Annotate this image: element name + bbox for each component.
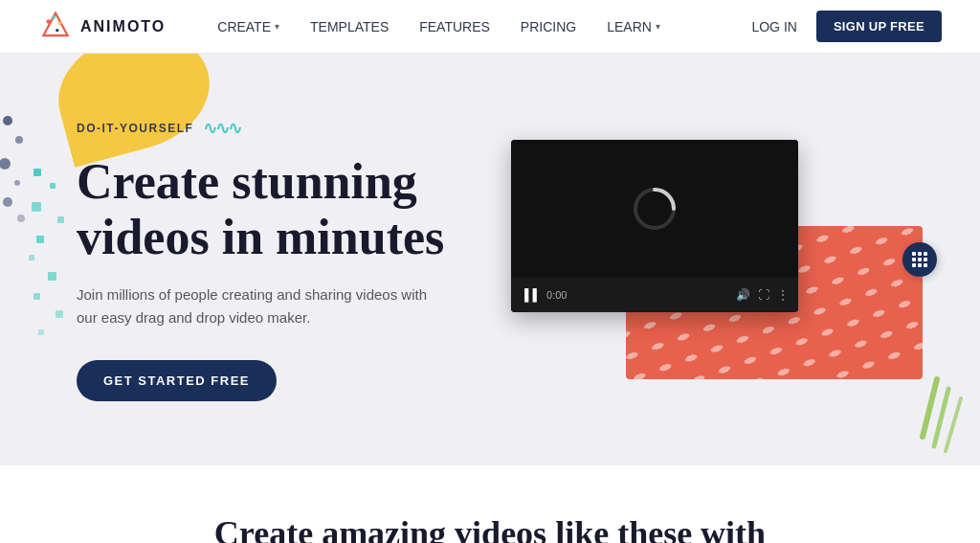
svg-point-10 bbox=[17, 215, 25, 222]
more-options-icon[interactable]: ⋮ bbox=[777, 288, 789, 302]
svg-point-4 bbox=[56, 28, 58, 31]
nav-pricing[interactable]: PRICING bbox=[507, 11, 590, 42]
loading-spinner-icon bbox=[631, 185, 679, 233]
hero-section: DO-IT-YOURSELF ∿∿∿ Create stunning video… bbox=[0, 54, 980, 465]
video-timestamp: 0:00 bbox=[546, 289, 567, 301]
chevron-down-icon: ▾ bbox=[656, 21, 660, 32]
svg-point-3 bbox=[58, 21, 62, 25]
header-right: LOG IN SIGN UP FREE bbox=[751, 11, 942, 42]
volume-icon[interactable]: 🔊 bbox=[736, 288, 750, 302]
fullscreen-icon[interactable]: ⛶ bbox=[758, 288, 769, 302]
nav-learn[interactable]: LEARN ▾ bbox=[593, 11, 674, 42]
video-controls: ▐▐ 0:00 🔊 ⛶ ⋮ bbox=[511, 278, 798, 312]
svg-marker-0 bbox=[43, 12, 67, 34]
hero-title: Create stunning videos in minutes bbox=[77, 154, 444, 263]
grid-icon bbox=[910, 250, 929, 269]
svg-rect-18 bbox=[33, 293, 40, 300]
hero-content: DO-IT-YOURSELF ∿∿∿ Create stunning video… bbox=[77, 118, 444, 400]
bottom-section: Create amazing videos like these with bbox=[0, 465, 980, 543]
hero-subtitle: Join millions of people creating and sha… bbox=[77, 283, 440, 329]
get-started-button[interactable]: GET STARTED FREE bbox=[77, 360, 277, 401]
svg-point-7 bbox=[0, 158, 11, 170]
hero-eyebrow: DO-IT-YOURSELF ∿∿∿ bbox=[77, 118, 444, 139]
logo[interactable]: ANIMOTO bbox=[38, 10, 166, 44]
main-nav: CREATE ▾ TEMPLATES FEATURES PRICING LEAR… bbox=[204, 11, 751, 42]
nav-templates[interactable]: TEMPLATES bbox=[297, 11, 402, 42]
video-screen bbox=[511, 140, 798, 278]
svg-rect-14 bbox=[57, 216, 64, 223]
svg-point-8 bbox=[14, 180, 20, 186]
svg-rect-11 bbox=[33, 169, 41, 176]
svg-line-22 bbox=[923, 379, 937, 437]
svg-line-24 bbox=[946, 398, 961, 451]
nav-create[interactable]: CREATE ▾ bbox=[204, 11, 293, 42]
svg-rect-16 bbox=[29, 255, 34, 260]
chevron-down-icon: ▾ bbox=[275, 21, 279, 32]
video-right-controls: 🔊 ⛶ ⋮ bbox=[736, 288, 789, 302]
svg-rect-13 bbox=[32, 202, 41, 212]
svg-rect-12 bbox=[50, 183, 56, 189]
svg-point-6 bbox=[15, 136, 23, 144]
nav-features[interactable]: FEATURES bbox=[406, 11, 503, 42]
logo-icon bbox=[38, 10, 73, 44]
svg-point-5 bbox=[3, 116, 12, 125]
svg-point-9 bbox=[3, 197, 12, 207]
video-player[interactable]: ▐▐ 0:00 🔊 ⛶ ⋮ bbox=[511, 140, 798, 312]
deco-blue-dots bbox=[0, 111, 29, 226]
svg-rect-20 bbox=[38, 329, 44, 335]
login-link[interactable]: LOG IN bbox=[751, 19, 796, 34]
hero-visual: ▐▐ 0:00 🔊 ⛶ ⋮ bbox=[511, 140, 923, 379]
logo-text: ANIMOTO bbox=[80, 18, 166, 35]
svg-line-23 bbox=[934, 389, 948, 446]
svg-rect-19 bbox=[56, 310, 63, 318]
svg-point-1 bbox=[47, 19, 52, 24]
signup-button[interactable]: SIGN UP FREE bbox=[816, 11, 942, 42]
wavy-decoration: ∿∿∿ bbox=[203, 118, 240, 139]
svg-rect-15 bbox=[36, 236, 44, 243]
header: ANIMOTO CREATE ▾ TEMPLATES FEATURES PRIC… bbox=[0, 0, 980, 54]
svg-rect-17 bbox=[48, 272, 56, 281]
svg-point-2 bbox=[52, 15, 56, 19]
bottom-title: Create amazing videos like these with bbox=[77, 513, 903, 543]
pause-icon[interactable]: ▐▐ bbox=[521, 288, 537, 302]
widget-button[interactable] bbox=[902, 242, 937, 277]
